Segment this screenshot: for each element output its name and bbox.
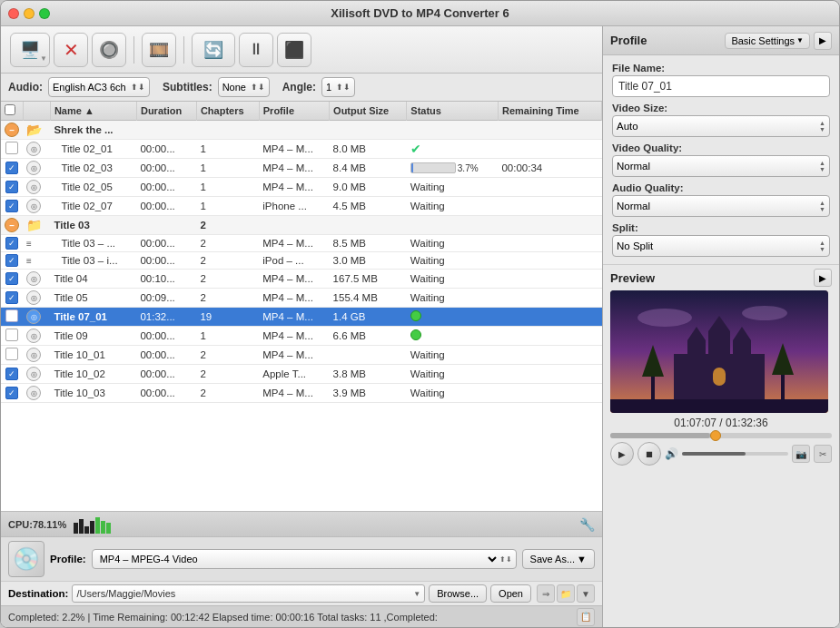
file-table-container[interactable]: Name ▲ Duration Chapters Profile Output … [1,102,602,511]
table-row[interactable]: ✓ ◎ Title 02_07 00:00... 1 iPhone ... 4.… [1,197,602,216]
unchecked-checkbox[interactable] [5,348,18,360]
checked-checkbox[interactable]: ✓ [5,254,18,267]
open-label: Open [499,588,523,599]
checked-checkbox[interactable]: ✓ [5,272,18,285]
bottom-status-text: Completed: 2.2% | Time Remaining: 00:12:… [8,612,438,623]
preview-expand-button[interactable]: ▶ [814,269,832,287]
file-name-input[interactable] [612,75,830,97]
table-row[interactable]: ✓ ◎ Title 04 00:10... 2 MP4 – M... 167.5… [1,270,602,289]
screenshot-button[interactable]: 📷 [792,445,810,463]
stop-player-button[interactable]: ⏹ [637,442,661,466]
video-size-select[interactable]: Auto [617,121,817,132]
col-profile[interactable]: Profile [259,102,329,121]
wrench-button[interactable]: 🔧 [579,517,595,532]
down-arrow-btn[interactable]: ▼ [577,584,595,603]
row-name: Title 03 – i... [50,252,136,270]
row-duration: 00:09... [136,289,196,308]
unchecked-checkbox[interactable] [5,329,18,341]
table-row[interactable]: ◎ Title 02_01 00:00... 1 MP4 – M... 8.0 … [1,140,602,159]
video-quality-select[interactable]: Normal [617,161,817,172]
col-name[interactable]: Name ▲ [50,102,136,121]
audio-quality-select[interactable]: Normal [617,201,817,211]
clip-button[interactable]: ✂ [814,445,832,463]
table-row[interactable]: ✓ ≡ Title 03 – ... 00:00... 2 MP4 – M...… [1,235,602,252]
table-row[interactable]: ✓ ◎ Title 02_03 00:00... 1 MP4 – M... 8.… [1,159,602,178]
row-checkbox-cell: ✓ [1,252,23,270]
table-row[interactable]: – 📁 Title 03 2 [1,216,602,235]
browse-button[interactable]: Browse... [429,584,487,603]
profile-panel-title: Profile [610,34,647,47]
row-profile [259,121,329,140]
table-row[interactable]: ◎ Title 09 00:00... 1 MP4 – M... 6.6 MB [1,327,602,346]
table-row[interactable]: ◎ Title 10_01 00:00... 2 MP4 – M... Wait… [1,346,602,365]
split-select-wrap: No Split ▲▼ [612,235,830,257]
select-all-checkbox[interactable] [5,104,15,115]
row-size: 8.5 MB [330,235,407,252]
checked-checkbox[interactable]: ✓ [5,237,18,250]
add-button[interactable]: 🖥️ ▼ [10,33,50,67]
col-size[interactable]: Output Size [330,102,407,121]
svg-rect-11 [610,399,828,413]
checked-checkbox[interactable]: ✓ [5,181,18,193]
table-row[interactable]: ✓ ◎ Title 05 00:09... 2 MP4 – M... 155.4… [1,289,602,308]
stop-button[interactable]: ⬛ [277,33,311,67]
col-status[interactable]: Status [407,102,499,121]
convert-button[interactable]: 🎞️ [142,33,176,67]
audio-select[interactable]: English AC3 6ch [53,82,138,93]
expand-panel-button[interactable]: ▶ [814,32,832,50]
checked-checkbox[interactable]: ✓ [5,162,18,174]
refresh-button[interactable]: 🔄 [192,33,235,67]
row-remaining [498,235,601,252]
status-waiting: Waiting [410,388,445,398]
save-as-button[interactable]: Save As... ▼ [522,549,595,569]
browse-label: Browse... [437,588,479,599]
table-row[interactable]: ✓ ◎ Title 10_03 00:00... 2 MP4 – M... 3.… [1,384,602,403]
preview-progress-track[interactable] [610,433,832,438]
preview-time-display: 01:07:07 / 01:32:36 [610,417,832,429]
row-duration: 00:00... [136,327,196,346]
audio-quality-label: Audio Quality: [612,182,830,193]
folder-icon-btn[interactable]: 📁 [557,584,575,603]
destination-row: Destination: /Users/Maggie/Movies ▼ Brow… [1,581,602,605]
preview-expand-icon: ▶ [819,273,826,283]
toolbar: 🖥️ ▼ ✕ 🔘 🎞️ 🔄 ⏸ [1,26,602,74]
table-row[interactable]: ✓ ≡ Title 03 – i... 00:00... 2 iPod – ..… [1,252,602,270]
table-row[interactable]: ✓ ◎ Title 02_05 00:00... 1 MP4 – M... 9.… [1,178,602,197]
log-button[interactable]: 📋 [577,608,595,626]
table-row[interactable]: ✓ ◎ Title 10_02 00:00... 2 Apple T... 3.… [1,365,602,384]
info-button[interactable]: 🔘 [92,33,126,67]
preview-progress-thumb[interactable] [710,430,721,441]
pause-button[interactable]: ⏸ [239,33,273,67]
svg-rect-5 [733,340,751,368]
circle-icon: ◎ [26,386,41,400]
status-waiting: Waiting [410,349,445,360]
col-duration[interactable]: Duration [136,102,196,121]
play-button[interactable]: ▶ [610,442,634,466]
checked-checkbox[interactable]: ✓ [5,291,18,304]
subtitles-select-arrow: ⬆⬇ [251,83,265,92]
close-button[interactable] [8,8,19,19]
maximize-button[interactable] [39,8,50,19]
minimize-button[interactable] [24,8,35,19]
unchecked-checkbox[interactable] [5,142,18,154]
remove-button[interactable]: ✕ [54,33,88,67]
col-chapters[interactable]: Chapters [196,102,259,121]
split-select[interactable]: No Split [617,240,817,251]
checked-checkbox[interactable]: ✓ [5,387,18,399]
checked-checkbox[interactable]: ✓ [5,368,18,380]
profile-select[interactable]: MP4 – MPEG-4 Video [96,553,499,565]
checked-checkbox[interactable]: ✓ [5,200,18,212]
basic-settings-button[interactable]: Basic Settings ▼ [725,33,810,49]
row-duration: 01:32... [136,308,196,327]
col-remaining[interactable]: Remaining Time [498,102,601,121]
circle-icon: ◎ [26,180,41,194]
table-row[interactable]: – 📂 Shrek the ... [1,121,602,140]
folder-icon: 📂 [26,123,42,137]
row-checkbox-cell: ✓ [1,197,23,216]
unchecked-checkbox[interactable] [5,309,18,322]
open-button[interactable]: Open [490,584,531,603]
table-row-selected[interactable]: ◎ Title 07_01 01:32... 19 MP4 – M... 1.4… [1,308,602,327]
volume-track[interactable] [682,452,788,456]
row-icon-cell: ◎ [23,289,50,308]
copy-icon[interactable]: ⇒ [537,584,555,603]
